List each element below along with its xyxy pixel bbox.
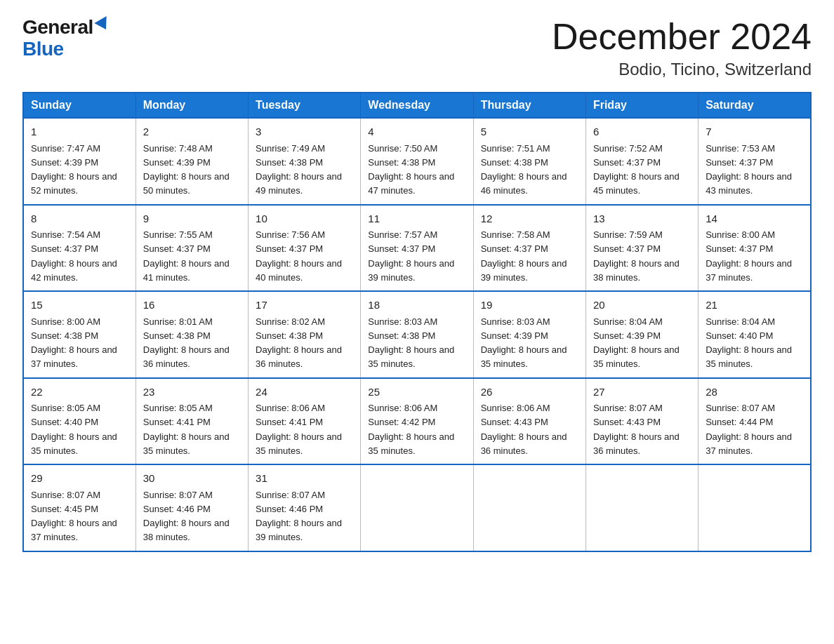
calendar-day-cell: 30Sunrise: 8:07 AMSunset: 4:46 PMDayligh…	[135, 464, 248, 551]
day-number: 1	[31, 124, 128, 140]
calendar-day-cell: 2Sunrise: 7:48 AMSunset: 4:39 PMDaylight…	[135, 118, 248, 205]
day-number: 30	[143, 471, 241, 487]
day-info: Sunrise: 8:05 AMSunset: 4:40 PMDaylight:…	[31, 403, 117, 456]
day-number: 24	[256, 384, 353, 401]
weekday-header-saturday: Saturday	[699, 93, 811, 118]
calendar-day-cell: 7Sunrise: 7:53 AMSunset: 4:37 PMDaylight…	[699, 118, 811, 205]
day-number: 3	[256, 124, 353, 140]
day-info: Sunrise: 8:03 AMSunset: 4:38 PMDaylight:…	[368, 316, 454, 370]
calendar-day-cell: 24Sunrise: 8:06 AMSunset: 4:41 PMDayligh…	[249, 378, 361, 465]
title-block: December 2024 Bodio, Ticino, Switzerland	[552, 17, 812, 79]
day-info: Sunrise: 7:58 AMSunset: 4:37 PMDaylight:…	[481, 229, 567, 283]
day-number: 9	[143, 211, 241, 227]
day-info: Sunrise: 8:05 AMSunset: 4:41 PMDaylight:…	[143, 403, 230, 456]
calendar-day-cell: 29Sunrise: 8:07 AMSunset: 4:45 PMDayligh…	[23, 464, 135, 551]
day-number: 10	[256, 211, 353, 227]
calendar-day-cell: 12Sunrise: 7:58 AMSunset: 4:37 PMDayligh…	[473, 205, 585, 292]
day-info: Sunrise: 7:59 AMSunset: 4:37 PMDaylight:…	[593, 229, 680, 283]
calendar-week-row: 1Sunrise: 7:47 AMSunset: 4:39 PMDaylight…	[23, 118, 811, 205]
calendar-day-cell: 13Sunrise: 7:59 AMSunset: 4:37 PMDayligh…	[585, 205, 698, 292]
calendar-day-cell: 3Sunrise: 7:49 AMSunset: 4:38 PMDaylight…	[249, 118, 361, 205]
day-info: Sunrise: 7:48 AMSunset: 4:39 PMDaylight:…	[143, 143, 230, 196]
day-number: 31	[256, 471, 353, 487]
day-number: 28	[706, 384, 803, 401]
day-info: Sunrise: 8:00 AMSunset: 4:38 PMDaylight:…	[31, 316, 117, 370]
calendar-week-row: 15Sunrise: 8:00 AMSunset: 4:38 PMDayligh…	[23, 291, 811, 378]
day-number: 4	[368, 124, 465, 140]
calendar-day-cell	[585, 464, 698, 551]
day-number: 15	[31, 297, 128, 314]
day-number: 18	[368, 297, 465, 314]
calendar-day-cell	[699, 464, 811, 551]
day-number: 23	[143, 384, 241, 401]
day-number: 26	[481, 384, 578, 401]
logo: General Blue	[22, 17, 110, 60]
day-info: Sunrise: 7:54 AMSunset: 4:37 PMDaylight:…	[31, 229, 117, 283]
calendar-day-cell: 26Sunrise: 8:06 AMSunset: 4:43 PMDayligh…	[473, 378, 585, 465]
weekday-header-friday: Friday	[585, 93, 698, 118]
calendar-day-cell: 11Sunrise: 7:57 AMSunset: 4:37 PMDayligh…	[361, 205, 473, 292]
logo-general-text: General	[22, 17, 93, 39]
day-info: Sunrise: 8:04 AMSunset: 4:39 PMDaylight:…	[593, 316, 680, 370]
calendar-day-cell: 23Sunrise: 8:05 AMSunset: 4:41 PMDayligh…	[135, 378, 248, 465]
day-info: Sunrise: 7:50 AMSunset: 4:38 PMDaylight:…	[368, 143, 454, 196]
day-info: Sunrise: 7:52 AMSunset: 4:37 PMDaylight:…	[593, 143, 680, 196]
day-info: Sunrise: 8:03 AMSunset: 4:39 PMDaylight:…	[481, 316, 567, 370]
weekday-header-monday: Monday	[135, 93, 248, 118]
day-number: 14	[706, 211, 803, 227]
day-info: Sunrise: 8:06 AMSunset: 4:43 PMDaylight:…	[481, 403, 567, 456]
day-number: 8	[31, 211, 128, 227]
calendar-day-cell: 31Sunrise: 8:07 AMSunset: 4:46 PMDayligh…	[249, 464, 361, 551]
day-number: 2	[143, 124, 241, 140]
day-number: 22	[31, 384, 128, 401]
day-number: 6	[593, 124, 691, 140]
calendar-day-cell: 10Sunrise: 7:56 AMSunset: 4:37 PMDayligh…	[249, 205, 361, 292]
logo-blue-text: Blue	[22, 39, 64, 60]
weekday-header-wednesday: Wednesday	[361, 93, 473, 118]
logo-arrow-icon	[94, 16, 112, 33]
calendar-day-cell: 1Sunrise: 7:47 AMSunset: 4:39 PMDaylight…	[23, 118, 135, 205]
calendar-day-cell: 27Sunrise: 8:07 AMSunset: 4:43 PMDayligh…	[585, 378, 698, 465]
day-info: Sunrise: 8:00 AMSunset: 4:37 PMDaylight:…	[706, 229, 792, 283]
day-number: 25	[368, 384, 465, 401]
day-info: Sunrise: 8:07 AMSunset: 4:46 PMDaylight:…	[143, 490, 230, 543]
calendar-day-cell	[361, 464, 473, 551]
weekday-header-sunday: Sunday	[23, 93, 135, 118]
day-number: 21	[706, 297, 803, 314]
calendar-day-cell: 9Sunrise: 7:55 AMSunset: 4:37 PMDaylight…	[135, 205, 248, 292]
day-info: Sunrise: 8:07 AMSunset: 4:44 PMDaylight:…	[706, 403, 792, 456]
day-number: 5	[481, 124, 578, 140]
calendar-day-cell: 22Sunrise: 8:05 AMSunset: 4:40 PMDayligh…	[23, 378, 135, 465]
day-number: 17	[256, 297, 353, 314]
day-info: Sunrise: 8:04 AMSunset: 4:40 PMDaylight:…	[706, 316, 792, 370]
calendar-week-row: 22Sunrise: 8:05 AMSunset: 4:40 PMDayligh…	[23, 378, 811, 465]
day-info: Sunrise: 7:57 AMSunset: 4:37 PMDaylight:…	[368, 229, 454, 283]
page-header: General Blue December 2024 Bodio, Ticino…	[22, 17, 812, 79]
day-info: Sunrise: 8:06 AMSunset: 4:41 PMDaylight:…	[256, 403, 342, 456]
day-info: Sunrise: 8:06 AMSunset: 4:42 PMDaylight:…	[368, 403, 454, 456]
day-number: 16	[143, 297, 241, 314]
calendar-day-cell: 15Sunrise: 8:00 AMSunset: 4:38 PMDayligh…	[23, 291, 135, 378]
day-number: 27	[593, 384, 691, 401]
month-title: December 2024	[552, 17, 812, 57]
day-info: Sunrise: 8:01 AMSunset: 4:38 PMDaylight:…	[143, 316, 230, 370]
calendar-day-cell: 4Sunrise: 7:50 AMSunset: 4:38 PMDaylight…	[361, 118, 473, 205]
calendar-day-cell: 19Sunrise: 8:03 AMSunset: 4:39 PMDayligh…	[473, 291, 585, 378]
location-title: Bodio, Ticino, Switzerland	[552, 60, 812, 79]
calendar-day-cell	[473, 464, 585, 551]
weekday-header-thursday: Thursday	[473, 93, 585, 118]
calendar-day-cell: 20Sunrise: 8:04 AMSunset: 4:39 PMDayligh…	[585, 291, 698, 378]
day-info: Sunrise: 7:55 AMSunset: 4:37 PMDaylight:…	[143, 229, 230, 283]
calendar-day-cell: 17Sunrise: 8:02 AMSunset: 4:38 PMDayligh…	[249, 291, 361, 378]
calendar-day-cell: 5Sunrise: 7:51 AMSunset: 4:38 PMDaylight…	[473, 118, 585, 205]
day-info: Sunrise: 7:49 AMSunset: 4:38 PMDaylight:…	[256, 143, 342, 196]
day-number: 11	[368, 211, 465, 227]
day-number: 13	[593, 211, 691, 227]
calendar-table: SundayMondayTuesdayWednesdayThursdayFrid…	[22, 92, 812, 552]
day-info: Sunrise: 7:51 AMSunset: 4:38 PMDaylight:…	[481, 143, 567, 196]
day-info: Sunrise: 7:53 AMSunset: 4:37 PMDaylight:…	[706, 143, 792, 196]
calendar-day-cell: 14Sunrise: 8:00 AMSunset: 4:37 PMDayligh…	[699, 205, 811, 292]
weekday-header-tuesday: Tuesday	[249, 93, 361, 118]
calendar-day-cell: 21Sunrise: 8:04 AMSunset: 4:40 PMDayligh…	[699, 291, 811, 378]
day-info: Sunrise: 7:56 AMSunset: 4:37 PMDaylight:…	[256, 229, 342, 283]
